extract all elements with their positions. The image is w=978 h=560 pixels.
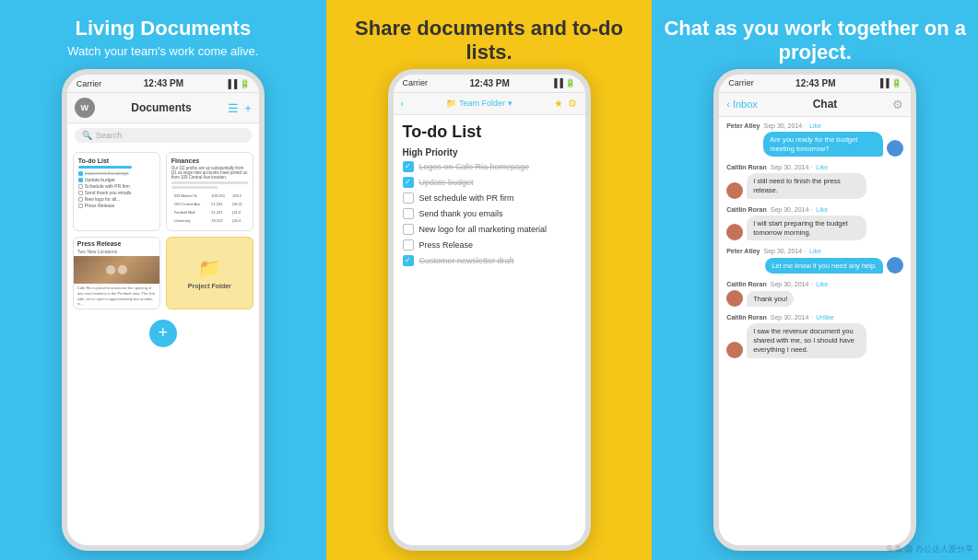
press-body: Cafe Rio is proud to announce the openin… (74, 284, 159, 308)
msg-meta-1: Peter Atley Sep 30, 2014 · Like (726, 122, 903, 129)
doc-nav-title: Documents (131, 101, 191, 114)
chat-nav: ‹ Inbox Chat ⚙ (719, 93, 911, 117)
folder-button[interactable]: 📁 Team Folder ▾ (446, 99, 513, 108)
battery2: ▐▐ 🔋 (551, 78, 575, 88)
check6 (78, 204, 83, 208)
time2: 12:43 PM (469, 78, 509, 88)
todo-check-6 (403, 239, 414, 251)
todo-mini-text4: Send thank you emails (85, 190, 132, 195)
bubble-row-2: I still need to finish the press release… (726, 173, 903, 199)
back-button2[interactable]: ‹ (401, 98, 405, 109)
doc-screen: To-do List Implement the design Update b… (67, 147, 259, 545)
panel2-title: Share documents and to-do lists. (336, 17, 643, 65)
date-1: Sep 30, 2014 · (763, 122, 806, 129)
folder-label2: Team Folder ▾ (459, 99, 513, 108)
check1 (78, 171, 83, 176)
todo-text-7: Customer newsletter draft (419, 256, 514, 265)
phone2-status-bar: Carrier 12:43 PM ▐▐ 🔋 (394, 75, 585, 93)
check2 (78, 178, 83, 182)
todo-mini-item6: Press Release (78, 203, 155, 208)
star-icon[interactable]: ★ (554, 98, 563, 110)
phone2: Carrier 12:43 PM ▐▐ 🔋 ‹ 📁 Team Folder ▾ … (388, 69, 591, 551)
like-3[interactable]: Like (816, 206, 828, 213)
finances-card[interactable]: Finances Our Q2 profits are up substanti… (166, 152, 253, 231)
like-4[interactable]: Like (809, 248, 821, 254)
avatar-caitlin-1 (726, 182, 743, 199)
todo-item-4[interactable]: Send thank you emails (403, 208, 576, 219)
unlike-6[interactable]: Unlike (816, 314, 833, 321)
chat-gear-icon[interactable]: ⚙ (892, 98, 903, 111)
like-1[interactable]: Like (809, 122, 821, 129)
todo-card[interactable]: To-do List Implement the design Update b… (73, 152, 160, 231)
msg-group-1: Peter Atley Sep 30, 2014 · Like Are you … (726, 122, 903, 160)
finances-desc: Our Q2 profits are up substantially from… (171, 166, 248, 180)
check3 (78, 184, 83, 189)
todo-nav: ‹ 📁 Team Folder ▾ ★ ⚙ (394, 93, 585, 115)
sender-6: Caitlin Roran (726, 314, 767, 321)
carrier2: Carrier (403, 78, 429, 88)
todo-text-5: New logo for all marketing material (419, 225, 548, 234)
press-title: Press Release (74, 238, 159, 249)
todo-nav-icons: ★ ⚙ (554, 98, 577, 110)
msg-group-4: Peter Atley Sep 30, 2014 · Like Let me k… (726, 248, 903, 276)
todo-mini-text1: Implement the design (85, 170, 129, 176)
msg-group-2: Caitlin Roran Sep 30, 2014 · Like I stil… (726, 164, 903, 202)
todo-mini-text2: Update budget (85, 177, 115, 182)
todo-item-3[interactable]: Set schedule with PR firm (403, 192, 576, 204)
bubble-5: Thank you! (747, 291, 794, 308)
time1: 12:43 PM (144, 78, 183, 88)
avatar-peter-1 (887, 140, 903, 157)
todo-mini-text3: Schedule with PR firm (85, 183, 130, 189)
todo-mini-item2: Update budget (78, 177, 155, 182)
bubble-row-5: Thank you! (726, 290, 903, 307)
phone3-status-bar: Carrier 12:43 PM ▐▐ 🔋 (719, 75, 911, 93)
plus-icon[interactable]: + (244, 101, 252, 115)
todo-item-2[interactable]: Update budget (403, 177, 576, 188)
todo-section-title: High Priority (403, 147, 576, 158)
todo-check-3 (403, 192, 414, 204)
inbox-label: Inbox (733, 99, 758, 110)
list-icon[interactable]: ☰ (228, 101, 239, 115)
folder-card[interactable]: 📁 Project Folder (166, 237, 253, 309)
todo-item-7[interactable]: Customer newsletter draft (403, 255, 576, 266)
todo-mini-text6: Press Release (85, 203, 115, 208)
todo-item-1[interactable]: Logos on Cafe Ria homepage (403, 161, 576, 172)
msg-group-5: Caitlin Roran Sep 30, 2014 · Like Thank … (726, 281, 903, 309)
todo-screen: To-do List High Priority Logos on Cafe R… (394, 115, 585, 545)
phone1-status-bar: Carrier 12:43 PM ▐▐ 🔋 (67, 75, 259, 93)
todo-screen-container: To-do List High Priority Logos on Cafe R… (394, 115, 585, 545)
like-5[interactable]: Like (816, 281, 828, 287)
todo-check-4 (403, 208, 414, 219)
bubble-1: Are you ready for the budget meeting tom… (763, 132, 883, 158)
panel-chat: Chat as you work together on a project. … (652, 0, 978, 560)
bubble-3: I will start preparing the budget tomorr… (747, 216, 866, 241)
carrier1: Carrier (77, 79, 102, 88)
inbox-back-button[interactable]: ‹ Inbox (726, 99, 758, 110)
msg-meta-4: Peter Atley Sep 30, 2014 · Like (726, 248, 903, 254)
search-icon: 🔍 (82, 131, 92, 140)
press-card[interactable]: Press Release Two New Locations Cafe Rio… (73, 237, 160, 309)
bubble-row-4: Let me know if you need any help. (726, 257, 903, 274)
date-6: Sep 30, 2014 · (771, 314, 813, 321)
panel3-title: Chat as you work together on a project. (661, 17, 969, 65)
add-document-button[interactable]: + (149, 320, 177, 347)
battery3: ▐▐ 🔋 (878, 78, 901, 88)
bubble-2: I still need to finish the press release… (747, 173, 866, 199)
doc-search[interactable]: 🔍 Search (75, 128, 252, 143)
todo-item-5[interactable]: New logo for all marketing material (403, 224, 576, 235)
press-subtitle: Two New Locations (74, 249, 159, 256)
time3: 12:43 PM (795, 78, 835, 88)
todo-text-1: Logos on Cafe Ria homepage (419, 162, 530, 171)
battery1: ▐▐ 🔋 (226, 79, 250, 88)
settings-icon[interactable]: ⚙ (568, 98, 577, 110)
date-3: Sep 30, 2014 · (771, 206, 813, 213)
todo-check-1 (403, 161, 414, 172)
bubble-row-6: I saw the revenue document you shared wi… (726, 323, 903, 357)
todo-main-title: To-do List (403, 122, 576, 142)
like-2[interactable]: Like (816, 164, 828, 170)
doc-nav-icons: ☰ + (228, 101, 252, 115)
todo-check-7 (403, 255, 414, 266)
todo-item-6[interactable]: Press Release (403, 239, 576, 251)
sender-4: Peter Atley (726, 248, 760, 254)
bubble-row-3: I will start preparing the budget tomorr… (726, 216, 903, 241)
